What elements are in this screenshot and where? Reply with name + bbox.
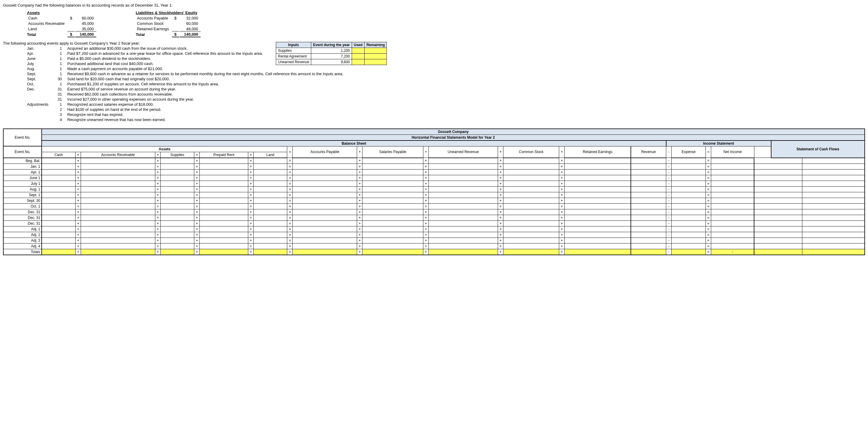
hfsm-cell[interactable] [42, 209, 75, 215]
hfsm-exp[interactable] [672, 203, 706, 209]
hfsm-cell[interactable] [565, 186, 631, 192]
hfsm-cf2[interactable] [802, 203, 865, 209]
hfsm-cell[interactable] [363, 169, 423, 175]
hfsm-cf2[interactable] [802, 243, 865, 249]
hfsm-cell[interactable] [292, 169, 357, 175]
hfsm-ni[interactable] [711, 226, 754, 232]
hfsm-cell[interactable] [565, 198, 631, 203]
hfsm-cf2[interactable] [802, 215, 865, 221]
hfsm-cell[interactable] [565, 243, 631, 249]
hfsm-cf1[interactable] [754, 192, 802, 198]
hfsm-cell[interactable] [363, 203, 423, 209]
hfsm-cell[interactable] [200, 209, 248, 215]
hfsm-cell[interactable] [363, 237, 423, 243]
hfsm-cf1[interactable] [754, 186, 802, 192]
hfsm-cell[interactable] [503, 221, 559, 226]
hfsm-cell[interactable] [81, 215, 155, 221]
hfsm-cell[interactable] [363, 215, 423, 221]
hfsm-cell[interactable] [429, 192, 498, 198]
hfsm-cell[interactable] [503, 158, 559, 164]
hfsm-exp[interactable] [672, 226, 706, 232]
hfsm-cell[interactable] [81, 175, 155, 180]
hfsm-cf1[interactable] [754, 237, 802, 243]
hfsm-cell[interactable] [292, 237, 357, 243]
hfsm-rev[interactable] [631, 249, 666, 255]
hfsm-rev[interactable] [631, 175, 666, 180]
hfsm-cell[interactable] [292, 158, 357, 164]
hfsm-cell[interactable] [200, 203, 248, 209]
inputs-r0-used[interactable] [352, 48, 364, 54]
hfsm-ni[interactable] [711, 221, 754, 226]
hfsm-cell[interactable] [429, 186, 498, 192]
hfsm-ni[interactable] [711, 175, 754, 180]
hfsm-cell[interactable] [81, 164, 155, 169]
hfsm-cell[interactable] [42, 243, 75, 249]
hfsm-rev[interactable] [631, 209, 666, 215]
hfsm-ni[interactable] [711, 209, 754, 215]
hfsm-cf2[interactable] [802, 175, 865, 180]
hfsm-cell[interactable] [363, 232, 423, 237]
hfsm-cell[interactable] [160, 209, 194, 215]
hfsm-cell[interactable] [363, 226, 423, 232]
hfsm-cf1[interactable] [754, 180, 802, 186]
hfsm-exp[interactable] [672, 192, 706, 198]
hfsm-cell[interactable] [200, 175, 248, 180]
hfsm-cell[interactable] [565, 192, 631, 198]
hfsm-cf2[interactable] [802, 164, 865, 169]
hfsm-cell[interactable] [200, 237, 248, 243]
hfsm-cell[interactable] [42, 175, 75, 180]
hfsm-cell[interactable] [503, 203, 559, 209]
hfsm-cell[interactable] [565, 221, 631, 226]
hfsm-cell[interactable] [429, 232, 498, 237]
hfsm-cell[interactable] [565, 226, 631, 232]
hfsm-cell[interactable] [253, 158, 287, 164]
hfsm-cell[interactable] [363, 243, 423, 249]
hfsm-cell[interactable] [253, 221, 287, 226]
hfsm-cell[interactable] [42, 203, 75, 209]
hfsm-rev[interactable] [631, 169, 666, 175]
hfsm-cell[interactable] [292, 180, 357, 186]
hfsm-cell[interactable] [253, 237, 287, 243]
hfsm-cell[interactable] [429, 221, 498, 226]
hfsm-cf2[interactable] [802, 169, 865, 175]
hfsm-cf2[interactable] [802, 226, 865, 232]
hfsm-cf2[interactable] [802, 209, 865, 215]
hfsm-cell[interactable] [42, 169, 75, 175]
hfsm-cf2[interactable] [802, 249, 865, 255]
hfsm-ni[interactable] [711, 243, 754, 249]
hfsm-exp[interactable] [672, 232, 706, 237]
hfsm-cell[interactable] [503, 198, 559, 203]
hfsm-cell[interactable] [565, 249, 631, 255]
hfsm-cell[interactable] [363, 249, 423, 255]
hfsm-rev[interactable] [631, 198, 666, 203]
hfsm-cell[interactable] [160, 203, 194, 209]
hfsm-cell[interactable] [200, 186, 248, 192]
hfsm-cell[interactable] [565, 203, 631, 209]
hfsm-cell[interactable] [160, 221, 194, 226]
hfsm-cell[interactable] [363, 158, 423, 164]
hfsm-ni[interactable] [711, 203, 754, 209]
hfsm-cell[interactable] [429, 215, 498, 221]
hfsm-rev[interactable] [631, 186, 666, 192]
hfsm-cell[interactable] [503, 215, 559, 221]
hfsm-cf2[interactable] [802, 186, 865, 192]
hfsm-cell[interactable] [42, 180, 75, 186]
hfsm-cell[interactable] [42, 237, 75, 243]
hfsm-cell[interactable] [363, 209, 423, 215]
hfsm-cell[interactable] [200, 164, 248, 169]
hfsm-cell[interactable] [160, 226, 194, 232]
hfsm-cell[interactable] [253, 175, 287, 180]
hfsm-cell[interactable] [363, 175, 423, 180]
hfsm-cell[interactable] [160, 164, 194, 169]
hfsm-cf1[interactable] [754, 164, 802, 169]
hfsm-rev[interactable] [631, 243, 666, 249]
hfsm-exp[interactable] [672, 198, 706, 203]
hfsm-cell[interactable] [81, 221, 155, 226]
hfsm-cell[interactable] [503, 169, 559, 175]
hfsm-ni[interactable] [711, 232, 754, 237]
hfsm-cell[interactable] [429, 198, 498, 203]
hfsm-cell[interactable] [81, 192, 155, 198]
hfsm-cell[interactable] [200, 180, 248, 186]
hfsm-cell[interactable] [429, 158, 498, 164]
hfsm-cf1[interactable] [754, 158, 802, 164]
